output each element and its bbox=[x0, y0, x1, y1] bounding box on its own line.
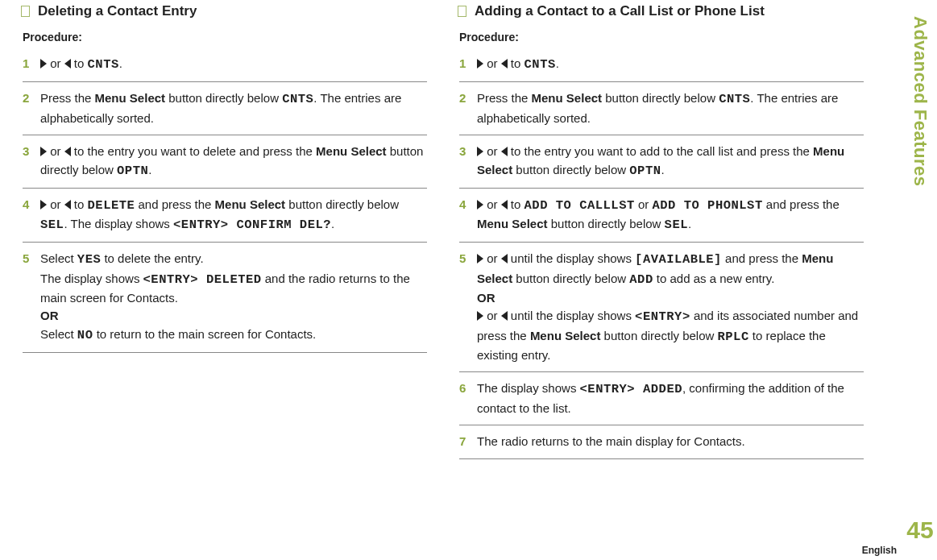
t: Select bbox=[40, 327, 77, 341]
arrow-right-icon bbox=[477, 147, 483, 156]
arrow-left-icon bbox=[501, 59, 508, 68]
step: 5 or until the display shows [AVAILABLE]… bbox=[459, 243, 864, 372]
lcd: ADD TO PHONLST bbox=[652, 198, 762, 213]
t: . bbox=[148, 163, 151, 176]
b: OR bbox=[477, 291, 495, 305]
t: button directly below bbox=[600, 329, 717, 342]
t: or bbox=[47, 56, 64, 70]
step-num: 3 bbox=[459, 143, 466, 161]
lcd: RPLC bbox=[717, 330, 748, 344]
sidebar: Advanced Features 45 bbox=[906, 16, 934, 544]
t: or bbox=[483, 197, 501, 211]
t: to bbox=[508, 56, 524, 70]
t: Press the bbox=[477, 91, 532, 105]
t: . bbox=[119, 56, 122, 70]
step: 5 Select YES to delete the entry. The di… bbox=[23, 243, 427, 353]
step-num: 2 bbox=[459, 89, 466, 108]
lcd: SEL bbox=[665, 218, 688, 232]
t: button directly below bbox=[165, 91, 282, 105]
b: Menu Select bbox=[316, 144, 387, 158]
t: to bbox=[71, 56, 88, 70]
step: 3 or to the entry you want to delete and… bbox=[23, 135, 427, 189]
t: Press the bbox=[40, 91, 95, 105]
t: button directly below bbox=[512, 272, 629, 285]
step: 2 Press the Menu Select button directly … bbox=[459, 82, 864, 135]
b: Menu Select bbox=[532, 91, 603, 105]
arrow-left-icon bbox=[501, 147, 508, 156]
t: or bbox=[483, 56, 501, 70]
t: to add as a new entry. bbox=[653, 272, 775, 285]
step: 4 or to DELETE and press the Menu Select… bbox=[23, 189, 427, 243]
t: and press the bbox=[722, 251, 802, 265]
lcd: <ENTRY> ADDED bbox=[580, 382, 682, 396]
section-title-left: Deleting a Contact Entry bbox=[23, 3, 427, 19]
t: button directly below bbox=[548, 217, 665, 230]
procedure-label: Procedure: bbox=[23, 31, 427, 44]
step-num: 1 bbox=[23, 55, 29, 73]
arrow-left-icon bbox=[501, 254, 508, 263]
arrow-right-icon bbox=[40, 147, 47, 156]
lcd: NO bbox=[77, 328, 93, 342]
arrow-right-icon bbox=[477, 59, 483, 68]
step: 7 The radio returns to the main display … bbox=[459, 425, 864, 459]
section-title-right: Adding a Contact to a Call List or Phone… bbox=[459, 3, 864, 19]
t: The radio returns to the main display fo… bbox=[477, 434, 745, 448]
t: or bbox=[635, 197, 653, 211]
t: or bbox=[483, 251, 501, 265]
step-num: 5 bbox=[459, 250, 466, 268]
step: 2 Press the Menu Select button directly … bbox=[23, 82, 427, 135]
step-num: 1 bbox=[459, 55, 466, 73]
bookmark-icon bbox=[458, 6, 466, 17]
t: or bbox=[483, 144, 501, 158]
lcd: [AVAILABLE] bbox=[635, 252, 722, 267]
t: . bbox=[688, 217, 691, 230]
t: button directly below bbox=[285, 197, 399, 211]
b: OR bbox=[40, 309, 59, 322]
step: 1 or to CNTS. bbox=[23, 53, 427, 82]
t: . bbox=[661, 163, 665, 176]
step: 6 The display shows <ENTRY> ADDED, confi… bbox=[459, 372, 864, 425]
step-num: 3 bbox=[23, 143, 29, 161]
t: until the display shows bbox=[508, 251, 635, 265]
lcd: CNTS bbox=[524, 57, 556, 72]
arrow-left-icon bbox=[64, 147, 71, 156]
lcd: OPTN bbox=[629, 164, 661, 178]
b: Menu Select bbox=[215, 197, 286, 211]
lcd: CNTS bbox=[719, 92, 750, 106]
language-label: English bbox=[862, 545, 897, 556]
t: or bbox=[47, 144, 64, 158]
arrow-left-icon bbox=[501, 200, 508, 209]
procedure-label: Procedure: bbox=[459, 31, 864, 44]
lcd: <ENTRY> bbox=[635, 309, 690, 324]
t: until the display shows bbox=[508, 309, 635, 322]
lcd: <ENTRY> CONFIRM DEL? bbox=[173, 218, 331, 232]
arrow-left-icon bbox=[64, 59, 71, 68]
step-num: 6 bbox=[459, 380, 466, 398]
b: Menu Select bbox=[95, 91, 166, 105]
t: button directly below bbox=[512, 163, 629, 176]
b: Menu Select bbox=[530, 329, 601, 342]
t: . bbox=[556, 56, 559, 70]
lcd: CNTS bbox=[88, 57, 119, 72]
t: to the entry you want to delete and pres… bbox=[71, 144, 316, 158]
t: The display shows bbox=[477, 381, 580, 395]
arrow-right-icon bbox=[477, 311, 483, 321]
t: or bbox=[47, 197, 64, 211]
t: . bbox=[331, 217, 334, 230]
sidebar-chapter: Advanced Features bbox=[910, 16, 931, 186]
step-num: 5 bbox=[23, 250, 29, 268]
title-text: Adding a Contact to a Call List or Phone… bbox=[475, 3, 765, 19]
t: to return to the main screen for Contact… bbox=[93, 327, 316, 341]
arrow-right-icon bbox=[40, 200, 47, 209]
step: 3 or to the entry you want to add to the… bbox=[459, 135, 864, 189]
steps-left: 1 or to CNTS. 2 Press the Menu Select bu… bbox=[23, 53, 427, 353]
arrow-right-icon bbox=[40, 59, 47, 68]
step-num: 4 bbox=[459, 196, 466, 214]
b: Menu Select bbox=[477, 217, 548, 230]
title-text: Deleting a Contact Entry bbox=[38, 3, 197, 19]
t: and press the bbox=[763, 197, 840, 211]
t: Select bbox=[40, 251, 77, 265]
arrow-left-icon bbox=[501, 311, 508, 321]
t: and press the bbox=[135, 197, 214, 211]
arrow-right-icon bbox=[477, 200, 483, 209]
